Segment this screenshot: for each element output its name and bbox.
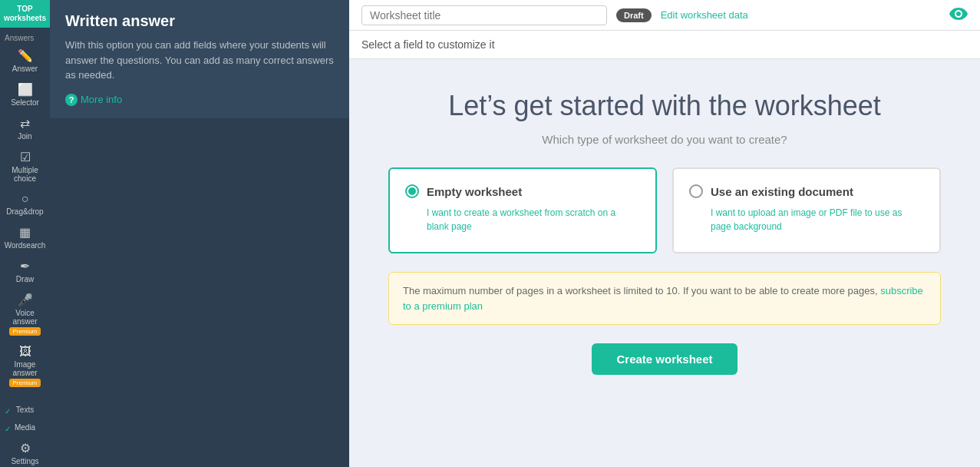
empty-worksheet-radio[interactable] (405, 184, 419, 198)
sidebar-item-label: Settings (11, 457, 38, 465)
main-area: Draft Edit worksheet data Select a field… (349, 0, 980, 467)
sidebar-item-draw[interactable]: ✒ Draw (0, 254, 50, 288)
empty-worksheet-header: Empty worksheet (405, 184, 640, 198)
selector-icon: ⬜ (18, 82, 33, 97)
worksheet-title-input[interactable] (361, 5, 607, 25)
notice-box: The maximum number of pages in a workshe… (388, 272, 941, 325)
sidebar-item-multiple-choice[interactable]: ☑ Multiple choice (0, 145, 50, 187)
sidebar-item-join[interactable]: ⇄ Join (0, 111, 50, 145)
worksheet-options-row: Empty worksheet I want to create a works… (388, 167, 941, 253)
voice-answer-icon: 🎤 (18, 293, 33, 307)
join-icon: ⇄ (20, 116, 30, 131)
draw-icon: ✒ (20, 259, 30, 273)
settings-icon: ⚙ (20, 441, 31, 455)
help-icon: ? (65, 94, 78, 106)
sidebar-item-wordsearch[interactable]: ▦ Wordsearch (0, 220, 50, 254)
notice-text: The maximum number of pages in a workshe… (403, 285, 878, 296)
empty-worksheet-description: I want to create a worksheet from scratc… (405, 206, 640, 234)
sidebar-item-image-answer[interactable]: 🖼 Image answer Premium (0, 340, 50, 392)
existing-document-title: Use an existing document (711, 185, 853, 198)
empty-worksheet-title: Empty worksheet (427, 185, 522, 198)
select-field-bar: Select a field to customize it (349, 31, 980, 59)
edit-worksheet-data-link[interactable]: Edit worksheet data (661, 9, 748, 21)
answer-icon: ✏️ (18, 48, 33, 63)
sidebar-item-label: Draw (16, 275, 34, 283)
drag-drop-icon: ○ (21, 192, 29, 206)
sidebar-item-label: Selector (11, 98, 39, 107)
media-check-icon: ✓ (5, 425, 11, 433)
top-bar: Draft Edit worksheet data (349, 0, 980, 31)
sidebar-item-label: Drag&drop (6, 207, 43, 216)
worksheet-main-title: Let’s get started with the worksheet (448, 90, 881, 122)
preview-icon-container (949, 6, 968, 24)
image-answer-icon: 🖼 (19, 345, 31, 359)
existing-document-description: I want to upload an image or PDF file to… (689, 206, 924, 234)
sidebar-item-settings[interactable]: ⚙ Settings (0, 436, 50, 467)
premium-badge-2: Premium (9, 379, 40, 387)
draft-badge: Draft (616, 8, 652, 22)
multiple-choice-icon: ☑ (20, 150, 31, 164)
texts-check-icon: ✓ (5, 407, 11, 416)
empty-worksheet-option[interactable]: Empty worksheet I want to create a works… (388, 167, 657, 253)
more-info-link[interactable]: ? More info (65, 94, 334, 106)
wordsearch-icon: ▦ (19, 225, 31, 240)
worksheet-subtitle: Which type of worksheet do you want to c… (542, 133, 787, 146)
preview-eye-icon[interactable] (949, 6, 968, 23)
panel-description: With this option you can add fields wher… (65, 38, 334, 83)
sidebar-item-media[interactable]: ✓ Media (0, 419, 50, 436)
sidebar-item-label: Wordsearch (5, 241, 46, 250)
sidebar-item-answer[interactable]: ✏️ Answer (0, 44, 50, 78)
sidebar-item-label: Voice answer (3, 309, 47, 326)
sidebar-item-label: Texts (16, 406, 34, 414)
existing-document-radio[interactable] (689, 184, 703, 198)
written-answer-panel: Written answer With this option you can … (50, 0, 349, 467)
sidebar-item-selector[interactable]: ⬜ Selector (0, 78, 50, 111)
answers-section-label: Answers (0, 34, 50, 42)
sidebar-item-label: Media (15, 423, 35, 432)
sidebar-item-label: Multiple choice (3, 166, 47, 183)
sidebar-item-label: Image answer (3, 360, 47, 377)
sidebar-item-label: Answer (12, 65, 38, 73)
panel-header: Written answer With this option you can … (50, 0, 349, 118)
panel-title: Written answer (65, 12, 334, 30)
sidebar-item-texts[interactable]: ✓ Texts (0, 401, 50, 419)
sidebar-item-label: Join (18, 132, 31, 141)
sidebar-item-voice-answer[interactable]: 🎤 Voice answer Premium (0, 288, 50, 340)
sidebar: TOP worksheets Answers ✏️ Answer ⬜ Selec… (0, 0, 50, 467)
existing-document-header: Use an existing document (689, 184, 924, 198)
brand-logo[interactable]: TOP worksheets (0, 0, 50, 28)
premium-badge: Premium (9, 327, 40, 336)
worksheet-content: Let’s get started with the worksheet Whi… (349, 59, 980, 467)
sidebar-item-drag-drop[interactable]: ○ Drag&drop (0, 187, 50, 220)
existing-document-option[interactable]: Use an existing document I want to uploa… (672, 167, 941, 253)
create-worksheet-button[interactable]: Create worksheet (592, 343, 737, 375)
